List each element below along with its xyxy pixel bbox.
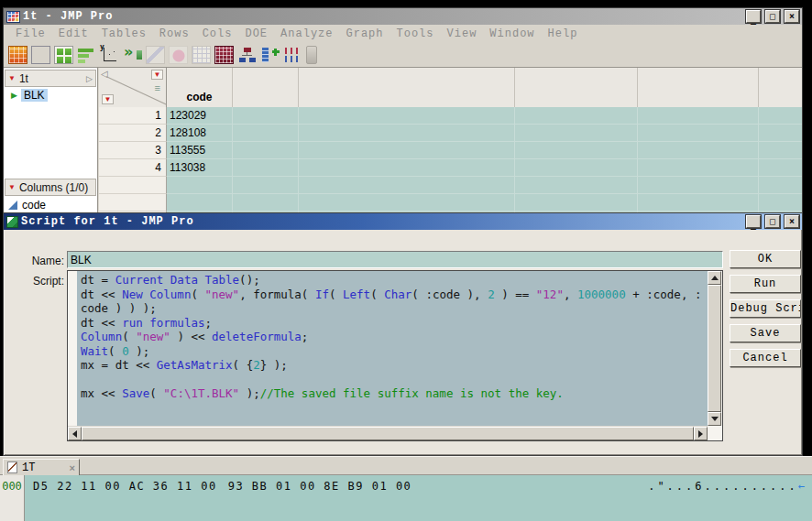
h-scroll-thumb[interactable] xyxy=(82,427,694,440)
script-code[interactable]: dt = Current Data Table();dt << New Colu… xyxy=(77,271,708,426)
new-data-table-icon[interactable] xyxy=(8,46,27,64)
play-icon[interactable]: ▶ xyxy=(11,91,17,100)
row-number-cell[interactable] xyxy=(99,194,167,212)
code-cell[interactable]: 128108 xyxy=(167,125,233,142)
h-scrollbar[interactable] xyxy=(68,426,708,440)
main-titlebar[interactable]: 1t - JMP Pro _ □ × xyxy=(4,8,802,25)
summary-icon[interactable] xyxy=(214,46,234,64)
plot-icon[interactable] xyxy=(100,46,119,64)
panel-expand-icon[interactable]: ▷ xyxy=(86,74,93,83)
empty-column-header[interactable] xyxy=(299,68,515,107)
row-number-cell[interactable]: 3 xyxy=(99,142,167,159)
minimize-button[interactable]: _ xyxy=(746,10,761,23)
scroll-down-button[interactable] xyxy=(708,412,721,426)
empty-cell[interactable] xyxy=(299,177,515,194)
empty-cell[interactable] xyxy=(299,159,515,177)
empty-cell[interactable] xyxy=(233,177,299,194)
red-triangle-icon[interactable]: ▼ xyxy=(8,184,16,191)
code-cell[interactable] xyxy=(167,194,233,212)
menu-tables[interactable]: Tables xyxy=(95,26,153,42)
menu-doe[interactable]: DOE xyxy=(238,26,274,42)
edit-icon[interactable] xyxy=(146,46,165,64)
hex-content-area[interactable]: 000 D5 22 11 00 AC 36 11 0093 BB 01 00 8… xyxy=(0,475,812,521)
code-cell[interactable]: 113555 xyxy=(167,142,233,159)
row-number-cell[interactable]: 1 xyxy=(99,107,167,125)
menu-file[interactable]: File xyxy=(9,26,52,42)
columns-panel-header[interactable]: ▼ Columns (1/0) xyxy=(5,179,96,196)
menu-cols[interactable]: Cols xyxy=(196,26,239,42)
cancel-button[interactable]: Cancel xyxy=(730,349,801,367)
hex-tab[interactable]: 1T × xyxy=(3,459,80,476)
empty-cell[interactable] xyxy=(638,142,759,159)
empty-cell[interactable] xyxy=(233,107,299,125)
empty-cell[interactable] xyxy=(759,194,802,212)
script-close-button[interactable]: × xyxy=(785,215,799,228)
row-number-cell[interactable]: 2 xyxy=(99,125,167,142)
empty-column-header[interactable] xyxy=(759,68,802,107)
empty-cell[interactable] xyxy=(299,107,515,125)
script-item-blk[interactable]: ▶ BLK xyxy=(5,87,96,103)
v-scroll-thumb[interactable] xyxy=(708,285,721,412)
red-triangle-icon[interactable]: ▼ xyxy=(8,75,16,82)
split-table-icon[interactable] xyxy=(192,46,211,64)
empty-cell[interactable] xyxy=(299,125,515,142)
row-number-cell[interactable] xyxy=(99,177,167,194)
formula-icon[interactable] xyxy=(123,46,142,64)
empty-cell[interactable] xyxy=(759,107,802,125)
new-column-icon[interactable] xyxy=(260,46,280,64)
maximize-button[interactable]: □ xyxy=(765,10,780,23)
open-database-icon[interactable] xyxy=(31,46,50,64)
menu-edit[interactable]: Edit xyxy=(52,26,95,42)
column-item-code[interactable]: code xyxy=(5,197,96,213)
scroll-left-button[interactable] xyxy=(68,427,82,440)
corner-cell[interactable]: ◁ ▼ ≡ ▼ xyxy=(99,68,167,107)
script-titlebar[interactable]: Script for 1t - JMP Pro _ □ × xyxy=(4,213,802,230)
empty-cell[interactable] xyxy=(515,177,638,194)
empty-cell[interactable] xyxy=(638,159,759,177)
empty-cell[interactable] xyxy=(515,194,638,212)
empty-cell[interactable] xyxy=(233,159,299,177)
scroll-right-button[interactable] xyxy=(694,427,708,440)
graph-builder-icon[interactable] xyxy=(77,46,96,64)
partition-icon[interactable] xyxy=(237,46,257,64)
menu-help[interactable]: Help xyxy=(542,26,585,42)
menu-rows[interactable]: Rows xyxy=(153,26,196,42)
journal-icon[interactable] xyxy=(54,46,73,64)
menu-analyze[interactable]: Analyze xyxy=(274,26,339,42)
table-panel-header[interactable]: ▼ 1t ▷ xyxy=(5,70,96,87)
empty-cell[interactable] xyxy=(759,177,802,194)
brush-icon[interactable] xyxy=(169,46,188,64)
menu-graph[interactable]: Graph xyxy=(340,26,390,42)
save-button[interactable]: Save xyxy=(730,324,801,342)
empty-cell[interactable] xyxy=(299,194,515,212)
design-icon[interactable] xyxy=(283,46,302,64)
empty-column-header[interactable] xyxy=(638,68,759,107)
empty-cell[interactable] xyxy=(233,125,299,142)
empty-cell[interactable] xyxy=(638,107,759,125)
run-button[interactable]: Run xyxy=(730,275,801,293)
empty-cell[interactable] xyxy=(759,142,802,159)
close-button[interactable]: × xyxy=(785,10,799,23)
empty-cell[interactable] xyxy=(759,159,802,177)
rows-menu-icon[interactable]: ▼ xyxy=(102,94,114,104)
empty-cell[interactable] xyxy=(515,142,638,159)
debug-script-button[interactable]: Debug Script xyxy=(730,299,801,318)
v-scrollbar[interactable] xyxy=(708,271,722,426)
empty-column-header[interactable] xyxy=(515,68,638,107)
menu-tools[interactable]: Tools xyxy=(390,26,441,42)
code-cell[interactable] xyxy=(167,177,233,194)
code-cell[interactable]: 113038 xyxy=(167,159,233,177)
scroll-up-button[interactable] xyxy=(708,271,721,285)
code-cell[interactable]: 123029 xyxy=(167,107,233,125)
empty-cell[interactable] xyxy=(638,194,759,212)
empty-cell[interactable] xyxy=(759,125,802,142)
empty-cell[interactable] xyxy=(515,107,638,125)
menu-view[interactable]: View xyxy=(441,26,484,42)
code-column-header[interactable]: code xyxy=(167,68,233,107)
ok-button[interactable]: OK xyxy=(730,250,801,268)
tab-close-icon[interactable]: × xyxy=(70,462,75,473)
empty-cell[interactable] xyxy=(638,177,759,194)
empty-column-header[interactable] xyxy=(233,68,299,107)
script-maximize-button[interactable]: □ xyxy=(765,215,780,228)
empty-cell[interactable] xyxy=(515,159,638,177)
